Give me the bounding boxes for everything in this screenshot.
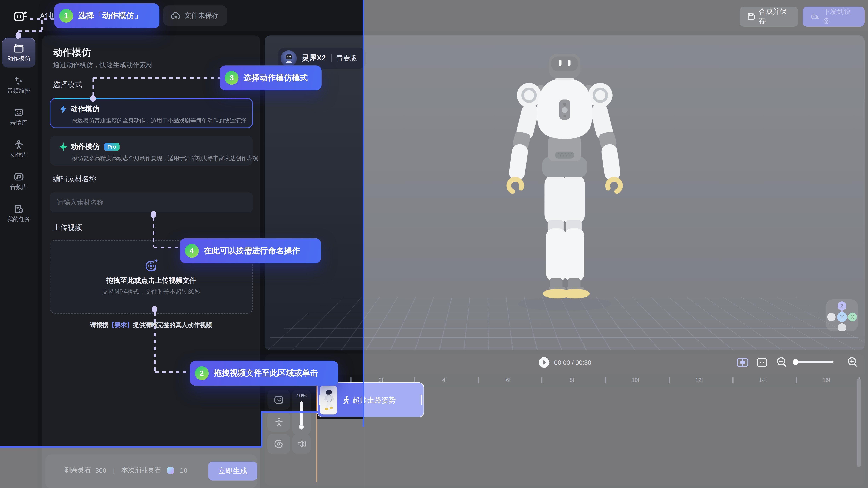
lightning-icon <box>59 105 67 113</box>
connector-step2-h <box>155 371 190 373</box>
step-number: 4 <box>185 244 199 258</box>
sidebar-item-audio-arrange[interactable]: 音频编排 <box>2 70 36 100</box>
pro-badge: Pro <box>104 143 119 151</box>
dim-overlay-right <box>364 0 868 488</box>
tutorial-step-1: 1 选择「动作模仿」 <box>54 3 159 28</box>
panel-title: 动作模仿 <box>53 46 91 59</box>
runner-icon <box>342 396 349 404</box>
material-name-input[interactable] <box>50 192 253 212</box>
mode-desc: 模仿复杂高精度高动态全身动作复现，适用于舞蹈功夫等丰富表达创作表演 <box>72 155 245 163</box>
app-window: A1机 文件未保存 合成并保存 <box>0 0 868 488</box>
step-text: 选择动作模仿模式 <box>244 73 308 83</box>
app-logo-icon[interactable] <box>13 9 28 23</box>
step-number: 2 <box>195 366 209 380</box>
dim-overlay-bottom-mid2 <box>317 419 364 488</box>
sidebar-item-motion-mimic[interactable]: 动作模仿 <box>2 38 36 68</box>
clip-thumbnail <box>320 385 337 414</box>
chip-divider <box>331 54 331 62</box>
file-status-button[interactable]: 文件未保存 <box>163 5 227 26</box>
note-prefix: 请根据 <box>90 321 108 328</box>
sidebar-label: 我的任务 <box>7 216 30 223</box>
mode-desc: 快速模仿普通难度的全身动作，适用于小品戏剧等简单动作的快速演绎 <box>72 117 245 124</box>
panel-subtitle: 通过动作模仿，快速生成动作素材 <box>53 60 153 70</box>
requirement-link[interactable]: 【要求】 <box>108 321 133 328</box>
connector-step1-h2 <box>18 30 42 32</box>
mode-card-standard[interactable]: 动作模仿 快速模仿普通难度的全身动作，适用于小品戏剧等简单动作的快速演绎 <box>50 98 253 128</box>
tutorial-step-3: 3 选择动作模仿模式 <box>220 65 322 90</box>
connector-step2-v <box>154 312 155 372</box>
tutorial-step-4: 4 在此可以按需进行命名操作 <box>180 238 321 263</box>
step-number: 3 <box>225 71 239 85</box>
robot-avatar <box>281 50 297 66</box>
step-text: 选择「动作模仿」 <box>78 10 142 21</box>
dim-overlay-bottom-left <box>0 447 262 488</box>
sidebar-label: 音频编排 <box>7 87 30 94</box>
sidebar-label: 动作库 <box>10 151 28 159</box>
highlight-border-step-v <box>261 411 262 447</box>
connector-step4-v <box>153 217 154 247</box>
step-text: 在此可以按需进行命名操作 <box>204 246 300 256</box>
dropzone-title: 拖拽至此或点击上传视频文件 <box>106 276 196 285</box>
connector-step4-h <box>154 247 181 248</box>
mode-select-label: 选择模式 <box>53 80 82 90</box>
connector-step1-dot <box>16 32 21 39</box>
sidebar: 动作模仿 音频编排 表情库 <box>0 31 38 488</box>
mode-name: 动作模仿 <box>71 142 100 152</box>
robot-edition: 青春版 <box>336 54 357 63</box>
cloud-unsaved-icon <box>171 12 181 20</box>
highlight-border-step-h <box>262 411 318 413</box>
connector-step2-dot <box>152 306 157 313</box>
dim-overlay-bottom-mid <box>262 412 317 488</box>
sidebar-label: 动作模仿 <box>7 55 30 62</box>
robot-face-icon <box>13 107 24 117</box>
upload-video-label: 上传视频 <box>53 223 82 233</box>
music-note-icon <box>13 171 24 181</box>
sidebar-item-expression-library[interactable]: 表情库 <box>2 102 36 132</box>
step-text: 拖拽视频文件至此区域或单击 <box>214 368 318 378</box>
connector-step3-v <box>93 78 94 97</box>
sidebar-label: 表情库 <box>10 119 28 127</box>
highlight-border-bottom <box>0 446 262 448</box>
clip-left-handle[interactable] <box>319 395 320 405</box>
star-icon <box>59 142 68 151</box>
requirement-note: 请根据【要求】提供清晰完整的真人动作视频 <box>42 321 260 329</box>
sidebar-item-my-tasks[interactable]: 我的任务 <box>2 198 36 228</box>
note-suffix: 提供清晰完整的真人动作视频 <box>133 321 212 328</box>
robot-name: 灵犀X2 <box>302 53 326 63</box>
file-status-label: 文件未保存 <box>184 11 219 20</box>
tutorial-step-2: 2 拖拽视频文件至此区域或单击 <box>190 361 338 386</box>
mode-name: 动作模仿 <box>71 104 99 114</box>
sidebar-item-audio-library[interactable]: 音频库 <box>2 166 36 196</box>
task-list-icon <box>13 204 24 213</box>
material-name-label: 编辑素材名称 <box>53 174 96 184</box>
connector-step3-h <box>93 77 220 79</box>
expression-track-button[interactable] <box>267 390 290 410</box>
mode-card-pro[interactable]: 动作模仿 Pro 模仿复杂高精度高动态全身动作复现，适用于舞蹈功夫等丰富表达创作… <box>50 136 253 166</box>
connector-step3-dot <box>90 95 96 102</box>
sparkles-icon <box>13 75 24 85</box>
track-zoom-value: 40% <box>296 392 307 398</box>
connector-step1-h <box>30 18 55 20</box>
sidebar-label: 音频库 <box>10 183 28 191</box>
highlight-border-right <box>363 0 364 427</box>
person-icon <box>13 139 24 149</box>
connector-step4-dot <box>151 211 156 218</box>
dropzone-hint: 支持MP4格式，文件时长不超过30秒 <box>102 288 200 296</box>
connector-step1-v <box>41 20 42 31</box>
clapperboard-icon <box>13 43 24 53</box>
film-upload-icon <box>144 258 159 272</box>
sidebar-item-motion-library[interactable]: 动作库 <box>2 134 36 164</box>
step-number: 1 <box>59 9 73 23</box>
